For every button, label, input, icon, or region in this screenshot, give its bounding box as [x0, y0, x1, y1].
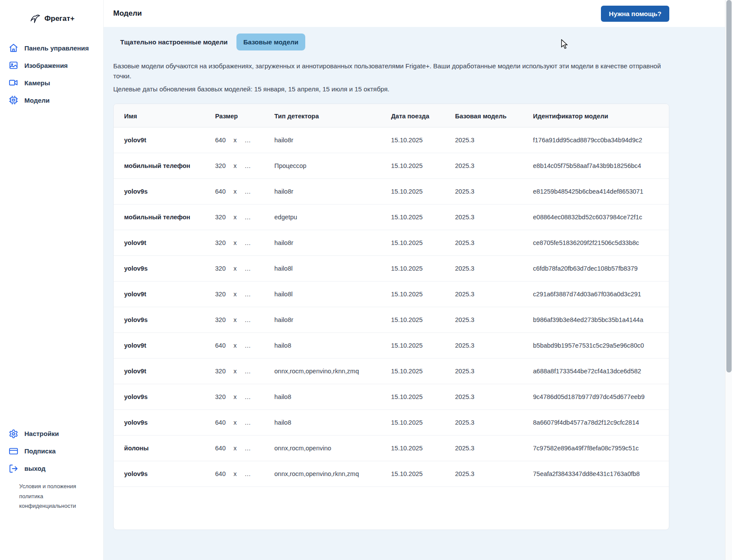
- sidebar-item-images[interactable]: Изображения: [0, 57, 103, 74]
- vertical-scrollbar-track[interactable]: [725, 0, 732, 560]
- base-model-cell: 2025.3: [445, 255, 523, 281]
- model-size-cell: 320 x 320: [205, 153, 264, 178]
- model-name-cell: yolov9s: [114, 409, 205, 435]
- table-row[interactable]: yolov9s 640 x 640 hailo8r 15.10.2025 202…: [114, 178, 669, 204]
- model-name-cell: yolov9s: [114, 461, 205, 486]
- model-size-cell: 640 x 640: [205, 332, 264, 358]
- help-button[interactable]: Нужна помощь?: [601, 6, 669, 22]
- models-table: Имя Размер Тип детектора Дата поезда Баз…: [114, 104, 669, 487]
- train-date-cell: 15.10.2025: [381, 461, 445, 486]
- detector-type-cell: edgetpu: [264, 204, 381, 230]
- description-line-2: Целевые даты обновления базовых моделей:…: [113, 84, 669, 94]
- model-id-cell: b5babd9b1957e7531c5c29a5e96c80c0: [523, 332, 669, 358]
- detector-type-cell: hailo8r: [264, 307, 381, 332]
- table-row[interactable]: yolov9t 320 x 320 hailo8l 15.10.2025 202…: [114, 281, 669, 307]
- model-size-cell: 320 x 320: [205, 204, 264, 230]
- privacy-policy-link[interactable]: политика конфиденциальности: [19, 492, 80, 512]
- train-date-cell: 15.10.2025: [381, 230, 445, 255]
- train-date-cell: 15.10.2025: [381, 332, 445, 358]
- app-logo[interactable]: Фрегат+: [0, 0, 103, 39]
- model-size-cell: 640 x 640: [205, 435, 264, 461]
- table-row[interactable]: yolov9s 640 x 640 hailo8 15.10.2025 2025…: [114, 409, 669, 435]
- train-date-cell: 15.10.2025: [381, 178, 445, 204]
- train-date-cell: 15.10.2025: [381, 307, 445, 332]
- table-row[interactable]: yolov9t 320 x 320 hailo8r 15.10.2025 202…: [114, 230, 669, 255]
- model-id-cell: 7c97582e896a49f7f8efa08c7959c51c: [523, 435, 669, 461]
- column-header-detector-type: Тип детектора: [264, 104, 381, 127]
- model-id-cell: b986af39b3e84ed273b5bc35b1a4144a: [523, 307, 669, 332]
- detector-type-cell: hailo8l: [264, 281, 381, 307]
- column-header-base-model: Базовая модель: [445, 104, 523, 127]
- models-table-card: Имя Размер Тип детектора Дата поезда Баз…: [113, 104, 669, 530]
- detector-type-cell: hailo8r: [264, 230, 381, 255]
- model-name-cell: yolov9s: [114, 307, 205, 332]
- model-name-cell: yolov9t: [114, 281, 205, 307]
- table-row[interactable]: yolov9t 640 x 640 hailo8r 15.10.2025 202…: [114, 127, 669, 153]
- detector-type-cell: onnx,rocm,openvino,rknn,zmq: [264, 358, 381, 384]
- table-row[interactable]: yolov9t 640 x 640 hailo8 15.10.2025 2025…: [114, 332, 669, 358]
- table-row[interactable]: yolov9t 320 x 320 onnx,rocm,openvino,rkn…: [114, 358, 669, 384]
- models-panel: Тщательно настроенные модели Базовые мод…: [104, 27, 725, 560]
- detector-type-cell: hailo8r: [264, 178, 381, 204]
- table-row[interactable]: yolov9s 320 x 320 hailo8l 15.10.2025 202…: [114, 255, 669, 281]
- base-model-cell: 2025.3: [445, 409, 523, 435]
- model-icon: [9, 95, 18, 105]
- sidebar-item-models[interactable]: Модели: [0, 91, 103, 109]
- model-size-cell: 320 x 320: [205, 281, 264, 307]
- tab-base-models[interactable]: Базовые модели: [236, 34, 306, 50]
- models-table-body: yolov9t 640 x 640 hailo8r 15.10.2025 202…: [114, 127, 669, 486]
- model-size-cell: 640 x 640: [205, 461, 264, 486]
- base-model-cell: 2025.3: [445, 281, 523, 307]
- base-model-cell: 2025.3: [445, 461, 523, 486]
- model-name-cell: мобильный телефон: [114, 153, 205, 178]
- base-models-description: Базовые модели обучаются на изображениях…: [113, 61, 669, 94]
- train-date-cell: 15.10.2025: [381, 409, 445, 435]
- card-icon: [9, 446, 18, 456]
- column-header-model-id: Идентификатор модели: [523, 104, 669, 127]
- table-row[interactable]: yolov9s 320 x 320 hailo8r 15.10.2025 202…: [114, 307, 669, 332]
- models-table-header: Имя Размер Тип детектора Дата поезда Баз…: [114, 104, 669, 127]
- sidebar-item-label: Камеры: [24, 79, 50, 87]
- table-row[interactable]: yolov9s 320 x 320 hailo8 15.10.2025 2025…: [114, 384, 669, 409]
- vertical-scrollbar-thumb[interactable]: [726, 0, 732, 372]
- sidebar-item-cameras[interactable]: Камеры: [0, 74, 103, 91]
- model-name-cell: yolov9s: [114, 384, 205, 409]
- tab-fine-tuned-models[interactable]: Тщательно настроенные модели: [113, 34, 235, 50]
- app-logo-text: Фрегат+: [44, 14, 74, 23]
- detector-type-cell: hailo8: [264, 384, 381, 409]
- sidebar-spacer: [0, 109, 103, 425]
- detector-type-cell: onnx,rocm,openvino,rknn,zmq: [264, 461, 381, 486]
- frigate-bird-icon: [30, 13, 41, 24]
- sidebar-footer-links: Условия и положения политика конфиденциа…: [0, 477, 103, 560]
- terms-link[interactable]: Условия и положения: [19, 482, 80, 492]
- sidebar-item-label: Настройки: [24, 430, 59, 437]
- model-id-cell: 9c4786d05d187b977d97dc45d677eeb9: [523, 384, 669, 409]
- table-row[interactable]: йолоны 640 x 640 onnx,rocm,openvino 15.1…: [114, 435, 669, 461]
- table-row[interactable]: yolov9s 640 x 640 onnx,rocm,openvino,rkn…: [114, 461, 669, 486]
- detector-type-cell: hailo8: [264, 332, 381, 358]
- detector-type-cell: onnx,rocm,openvino: [264, 435, 381, 461]
- sidebar-item-logout[interactable]: выход: [0, 460, 103, 477]
- model-size-cell: 320 x 320: [205, 230, 264, 255]
- sidebar-item-settings[interactable]: Настройки: [0, 425, 103, 443]
- table-row[interactable]: мобильный телефон 320 x 320 edgetpu 15.1…: [114, 204, 669, 230]
- base-model-cell: 2025.3: [445, 127, 523, 153]
- model-id-cell: e8b14c05f75b58aaf7a43b9b18256bc4: [523, 153, 669, 178]
- sidebar-bottom-nav: Настройки Подписка выход: [0, 425, 103, 477]
- column-header-name: Имя: [114, 104, 205, 127]
- model-size-cell: 640 x 640: [205, 127, 264, 153]
- sidebar-item-dashboard[interactable]: Панель управления: [0, 39, 103, 57]
- home-icon: [9, 43, 18, 53]
- base-model-cell: 2025.3: [445, 230, 523, 255]
- model-id-cell: e08864ec08832bd52c6037984ce72f1c: [523, 204, 669, 230]
- base-model-cell: 2025.3: [445, 358, 523, 384]
- base-model-cell: 2025.3: [445, 435, 523, 461]
- train-date-cell: 15.10.2025: [381, 153, 445, 178]
- model-size-cell: 320 x 320: [205, 255, 264, 281]
- sidebar-item-label: Панель управления: [24, 44, 89, 52]
- model-id-cell: 8a66079f4db4577a78d2f12c9cfc2814: [523, 409, 669, 435]
- table-row[interactable]: мобильный телефон 320 x 320 Процессор 15…: [114, 153, 669, 178]
- sidebar-item-subscription[interactable]: Подписка: [0, 443, 103, 460]
- image-icon: [9, 60, 18, 70]
- model-id-cell: ce8705fe51836209f2f21506c5d33b8c: [523, 230, 669, 255]
